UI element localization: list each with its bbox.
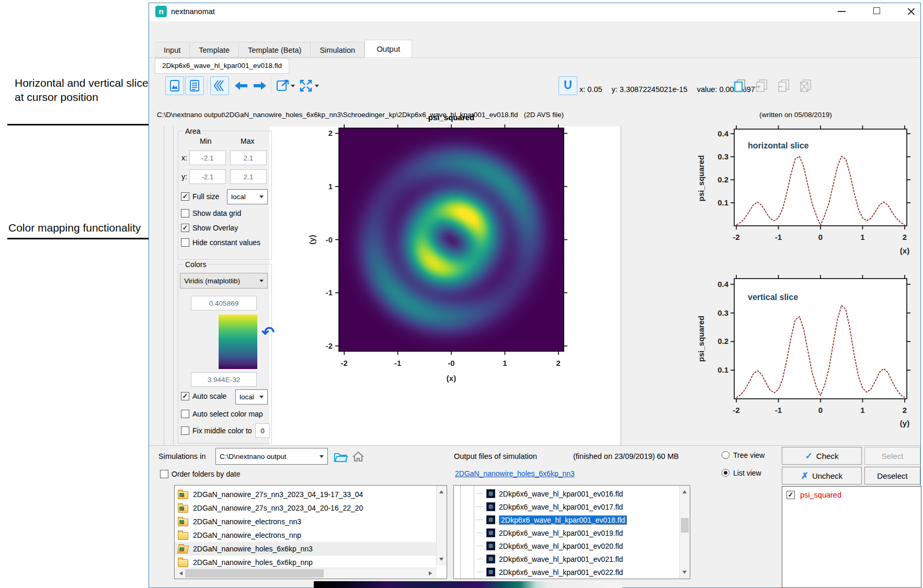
tree-view-radio[interactable] [722,451,730,459]
list-view-radio[interactable] [722,469,730,477]
fullscreen-button[interactable] [297,76,315,95]
svg-text:1: 1 [328,182,333,191]
tab[interactable]: Input [155,42,190,57]
select-button[interactable]: Select [864,447,920,465]
scroll-right-icon[interactable] [429,571,434,575]
result-checkbox[interactable] [787,491,795,499]
colormap-select[interactable]: Viridis (matplotlib) [180,273,268,289]
next-button[interactable] [251,76,269,95]
scroll-down-icon[interactable] [682,571,687,576]
scrollbar-thumb[interactable] [185,569,324,578]
svg-text:0.4: 0.4 [717,280,729,289]
file-row[interactable]: 2Dkp6x6_wave_hl_kpar001_ev017.fld [454,500,690,513]
file-row[interactable]: 2Dkp6x6_wave_hl_kpar001_ev020.fld [454,539,690,552]
tab[interactable]: Template (Beta) [239,42,311,57]
show-overlay-label: Show Overlay [192,224,238,232]
check-button[interactable]: ✓Check [782,447,862,465]
hide-constant-checkbox[interactable] [181,238,189,247]
minimize-button[interactable] [834,6,850,17]
fullscreen-dropdown-caret[interactable] [315,85,319,89]
full-size-mode-select[interactable]: local [227,189,268,204]
folder-row[interactable]: 2DGaN_nanowire_holes_6x6kp_nn3 [175,542,447,556]
close-button[interactable] [904,6,919,17]
show-report-button[interactable] [185,76,204,95]
reverse-colormap-icon[interactable]: ↶ [261,323,275,341]
file-vscrollbar[interactable] [679,486,690,579]
folder-list[interactable]: 2DGaN_nanowire_27s_nn3_2023_04_19-17_33_… [174,485,447,579]
home-button[interactable] [350,447,366,466]
splitter[interactable] [621,126,621,445]
tab[interactable]: Template [190,42,239,57]
scroll-up-icon[interactable] [682,488,687,493]
toolbar-separator [271,77,271,94]
auto-scale-mode-select[interactable]: local [235,389,268,405]
tab-label: Template (Beta) [248,46,301,54]
file-row[interactable]: 2Dkp6x6_wave_hl_kpar001_ev018.fld [454,513,690,526]
magnet-snap-button[interactable] [559,76,577,95]
window-title: nextnanomat [171,7,215,16]
folder-hscrollbar[interactable] [175,568,437,579]
divider [149,445,920,446]
divider [164,126,164,445]
tab[interactable]: Output [364,40,412,59]
colormap-max-input[interactable]: 0.405869 [191,296,257,310]
file-list[interactable]: 2Dkp6x6_wave_hl_kpar001_ev016.fld 2Dkp6x… [453,485,690,579]
svg-text:0.1: 0.1 [717,365,728,374]
y-min-input[interactable]: -2.1 [189,169,226,184]
browse-folder-button[interactable] [333,447,349,466]
fix-middle-checkbox[interactable] [181,426,189,435]
order-folders-checkbox[interactable] [160,470,168,478]
heatmap-axes: -2-1-01221-0-1-2(x)(y) [303,107,580,389]
svg-text:1: 1 [503,359,507,367]
folder-row[interactable]: 2DGaN_nanowire_electrons_nnp [175,528,447,542]
simulation-folder-link[interactable]: 2DGaN_nanowire_holes_6x6kp_nn3 [455,469,575,478]
result-row[interactable]: psi_squared [782,487,921,499]
fix-middle-value-input[interactable]: 0 [255,423,270,438]
scroll-left-icon[interactable] [177,571,183,575]
simulation-path-value: C:\D\nextnano output [220,453,287,460]
copy-view-button[interactable] [731,76,749,95]
folder-row[interactable]: 2DGaN_nanowire_27s_nn3_2023_04_19-17_33_… [175,488,447,501]
document-tab[interactable]: 2Dkp6x6_wave_hl_kpar001_ev018.fld [155,58,289,74]
folder-vscrollbar[interactable] [436,486,447,566]
scrollbar-thumb[interactable] [681,518,689,533]
file-row[interactable]: 2Dkp6x6_wave_hl_kpar001_ev016.fld [454,487,690,500]
auto-select-colormap-checkbox[interactable] [181,410,189,418]
show-data-grid-checkbox[interactable] [181,209,189,217]
folder-row[interactable]: 2DGaN_nanowire_electrons_nn3 [175,515,447,528]
uncheck-button[interactable]: ✗Uncheck [782,467,862,485]
close-view-button[interactable] [797,76,815,95]
show-plot-button[interactable] [165,76,184,95]
fix-middle-label: Fix middle color to [192,426,252,435]
max-header: Max [241,137,254,145]
folder-row[interactable]: 2DGaN_nanowire_27s_nn3_2023_04_20-16_22_… [175,501,447,515]
export-button[interactable] [274,76,292,95]
file-row[interactable]: 2Dkp6x6_wave_hl_kpar001_ev021.fld [454,552,690,566]
colormap-min-input[interactable]: 3.944E-32 [191,372,257,387]
scroll-down-icon[interactable] [439,558,443,563]
result-list[interactable]: psi_squared [782,486,921,588]
add-view-button[interactable] [753,76,771,95]
full-size-checkbox[interactable] [181,192,189,201]
deselect-button[interactable]: Deselect [864,467,920,485]
svg-text:2: 2 [556,359,561,367]
file-row[interactable]: 2Dkp6x6_wave_hl_kpar001_ev019.fld [454,526,690,539]
x-min-input[interactable]: -2.1 [189,151,226,165]
y-max-input[interactable]: 2.1 [230,169,267,184]
tab-label: Input [164,46,180,54]
folder-label: 2DGaN_nanowire_electrons_nn3 [193,517,301,526]
svg-text:2: 2 [328,129,333,137]
scroll-up-icon[interactable] [439,488,443,493]
previous-button[interactable] [232,76,250,95]
file-row[interactable]: 2Dkp6x6_wave_hl_kpar001_ev022.fld [454,566,690,579]
show-overlay-checkbox[interactable] [181,224,189,232]
export-dropdown-caret[interactable] [291,85,295,89]
auto-scale-checkbox[interactable] [181,392,189,400]
slice-view-button[interactable] [210,76,229,95]
x-max-input[interactable]: 2.1 [230,151,267,165]
svg-text:-1: -1 [775,406,782,414]
tab[interactable]: Simulation [311,42,364,57]
maximize-button[interactable] [870,6,885,17]
remove-view-button[interactable] [775,76,793,95]
simulation-path-select[interactable]: C:\D\nextnano output [215,448,328,465]
